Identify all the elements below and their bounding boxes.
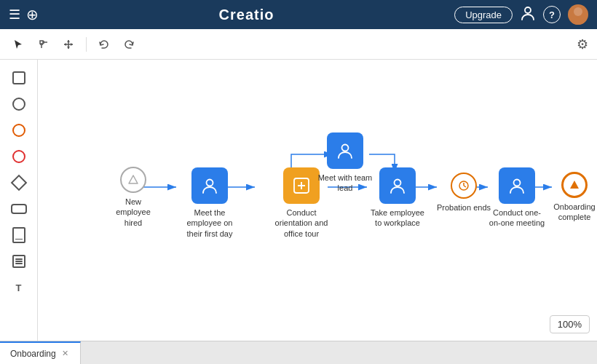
take-shape [379, 167, 416, 204]
conduct2-icon-bg [499, 167, 535, 204]
probation-circle [451, 173, 477, 199]
node-end[interactable]: Onboarding complete [552, 172, 597, 223]
end-shape [561, 172, 588, 198]
node-probation-label: Probation ends [437, 202, 491, 213]
select-tool[interactable] [9, 36, 29, 53]
app-title: Creatio [219, 7, 274, 23]
take-icon-bg [379, 167, 416, 204]
shape-circle-outline[interactable] [8, 119, 30, 141]
database-shape-icon [12, 255, 25, 268]
circle-shape-icon [12, 98, 25, 111]
shape-circle[interactable] [8, 93, 30, 115]
diagram-canvas[interactable]: New employee hired Meet the employee on … [38, 60, 597, 341]
svg-marker-32 [570, 181, 579, 189]
meet1-icon-bg [191, 167, 228, 204]
node-start-label: New employee hired [108, 197, 159, 228]
user-icon[interactable] [520, 5, 536, 25]
conduct-shape [283, 167, 320, 204]
svg-line-30 [464, 186, 466, 187]
zoom-level: 100% [558, 319, 582, 330]
toolbar: ⚙ [0, 29, 597, 60]
shape-database[interactable] [8, 250, 30, 272]
svg-point-26 [342, 145, 349, 151]
node-conduct-label: Conduct orientation and office tour [272, 207, 331, 239]
node-take[interactable]: Take employee to workplace [368, 167, 427, 229]
svg-marker-10 [67, 40, 70, 42]
main-area: T [0, 60, 597, 341]
svg-point-2 [572, 17, 585, 25]
tab-label: Onboarding [10, 349, 56, 359]
rounded-rect-icon [11, 204, 27, 214]
pointer-tool[interactable] [33, 36, 54, 53]
left-panel: T [0, 60, 38, 341]
undo-button[interactable] [94, 36, 114, 53]
node-conduct2-label: Conduct one-on-one meeting [488, 207, 546, 229]
navbar: ☰ ⊕ Creatio Upgrade ? [0, 0, 597, 29]
shape-text[interactable]: T [8, 277, 30, 298]
meet1-shape [191, 167, 228, 204]
meetlead-icon-bg [327, 132, 363, 169]
tab-close-button[interactable]: ✕ [60, 348, 70, 359]
node-end-label: Onboarding complete [552, 202, 597, 223]
tab-onboarding[interactable]: Onboarding ✕ [0, 341, 81, 364]
node-probation[interactable]: Probation ends [437, 173, 491, 213]
end-circle [561, 172, 588, 198]
toolbar-tools [9, 36, 139, 53]
tab-bar: Onboarding ✕ [0, 341, 597, 364]
svg-point-27 [395, 180, 401, 186]
svg-point-1 [574, 7, 582, 16]
add-icon[interactable]: ⊕ [26, 6, 39, 23]
conduct-icon-bg [283, 167, 320, 204]
avatar[interactable] [568, 4, 588, 25]
redo-button[interactable] [119, 36, 139, 53]
svg-marker-12 [64, 43, 66, 46]
svg-point-0 [525, 7, 531, 13]
node-start[interactable]: New employee hired [108, 167, 159, 228]
shape-rounded-rect[interactable] [8, 198, 30, 220]
toolbar-divider [86, 37, 87, 52]
svg-marker-21 [129, 175, 138, 183]
svg-point-31 [514, 180, 521, 186]
toolbar-right: ⚙ [577, 36, 588, 52]
document-shape-icon [12, 227, 25, 243]
text-shape-icon: T [16, 282, 22, 293]
diamond-shape-icon [10, 175, 27, 191]
navbar-left: ☰ ⊕ [9, 6, 39, 23]
navbar-center: Creatio [44, 7, 448, 23]
svg-rect-3 [40, 41, 43, 44]
menu-icon[interactable]: ☰ [9, 7, 20, 23]
help-icon[interactable]: ? [543, 6, 561, 23]
navbar-right: Upgrade ? [454, 4, 588, 25]
shape-rectangle[interactable] [8, 67, 30, 89]
rect-shape-icon [12, 71, 25, 84]
upgrade-button[interactable]: Upgrade [454, 7, 513, 23]
circle-red-icon [12, 150, 25, 163]
shape-circle-red[interactable] [8, 146, 30, 167]
node-meetlead-label: Meet with team lead [316, 173, 374, 194]
shape-diamond[interactable] [8, 172, 30, 194]
probation-shape [451, 173, 477, 199]
zoom-indicator: 100% [550, 315, 590, 333]
node-conduct2[interactable]: Conduct one-on-one meeting [488, 167, 546, 229]
node-meet1[interactable]: Meet the employee on their first day [181, 167, 239, 239]
svg-marker-13 [71, 43, 73, 46]
shape-document[interactable] [8, 224, 30, 246]
node-meetlead[interactable]: Meet with team lead [316, 132, 374, 194]
start-shape [120, 167, 146, 193]
move-tool[interactable] [58, 36, 79, 53]
node-meet1-label: Meet the employee on their first day [181, 207, 239, 239]
start-circle [120, 167, 146, 193]
svg-point-22 [207, 180, 213, 186]
circle-outline-icon [12, 124, 25, 137]
conduct2-shape [499, 167, 535, 204]
svg-marker-11 [67, 47, 70, 49]
settings-icon[interactable]: ⚙ [577, 36, 588, 52]
node-take-label: Take employee to workplace [368, 207, 427, 229]
meetlead-shape [327, 132, 363, 169]
